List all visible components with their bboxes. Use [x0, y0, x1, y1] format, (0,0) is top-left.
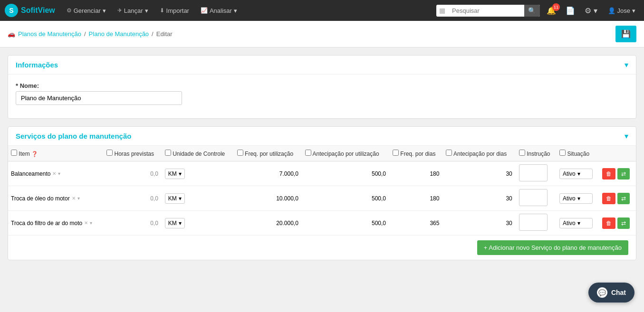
- horas-cell-1: 0,0: [104, 186, 162, 211]
- brand-logo: S: [5, 4, 18, 17]
- table-row: Troca de óleo do motor ✕ ▾ 0,0 KM ▾ 10.0…: [8, 186, 636, 211]
- brand: S SofitView: [5, 4, 55, 17]
- search-box: ▦ 🔍: [436, 5, 540, 17]
- info-card: Informações ▾ * Nome:: [8, 55, 636, 119]
- notification-button[interactable]: 🔔 11: [544, 4, 559, 17]
- nav-gerenciar[interactable]: ⚙ Gerenciar ▾: [62, 4, 111, 17]
- delete-button-0[interactable]: 🗑: [602, 168, 615, 180]
- name-label: * Nome:: [16, 82, 628, 89]
- name-field-group: * Nome:: [16, 82, 628, 105]
- item-cell-2: Troca do filtro de ar do moto ✕ ▾: [8, 211, 104, 236]
- horas-cell-2: 0,0: [104, 211, 162, 236]
- col-freq-dias: Freq. por dias: [390, 146, 443, 161]
- share-button-2[interactable]: ⇄: [617, 217, 630, 229]
- col-antecip-dias-checkbox[interactable]: [446, 150, 452, 156]
- col-antecip-util-checkbox[interactable]: [305, 150, 311, 156]
- user-icon: 👤: [608, 7, 615, 14]
- name-input[interactable]: [16, 91, 182, 105]
- item-remove-2[interactable]: ✕: [84, 220, 88, 226]
- unidade-select-1[interactable]: KM ▾: [165, 193, 185, 204]
- services-section-header: Serviços do plano de manutenção ▾: [8, 127, 636, 146]
- add-service-bar: + Adicionar novo Serviço do plano de man…: [8, 236, 636, 260]
- gear-icon: ⚙: [67, 7, 72, 14]
- collapse-services-icon[interactable]: ▾: [625, 132, 628, 141]
- col-situacao-checkbox[interactable]: [559, 150, 566, 156]
- chevron-down-icon: ▾: [145, 7, 148, 14]
- chart-icon: 📈: [201, 7, 208, 14]
- breadcrumb-link-2[interactable]: Plano de Manutenção: [89, 30, 149, 38]
- antecip-util-cell-2: 500,0: [302, 211, 390, 236]
- item-remove-0[interactable]: ✕: [52, 171, 56, 176]
- settings-button[interactable]: ⚙ ▾: [582, 4, 600, 17]
- delete-button-2[interactable]: 🗑: [602, 217, 615, 229]
- freq-util-cell-1: 10.000,0: [234, 186, 302, 211]
- nav-importar[interactable]: ⬇ Importar: [155, 4, 194, 17]
- col-item-checkbox[interactable]: [11, 150, 17, 156]
- antecip-dias-cell-2: 30: [443, 211, 516, 236]
- delete-button-1[interactable]: 🗑: [602, 193, 615, 204]
- search-button[interactable]: 🔍: [524, 5, 540, 17]
- nav-lancar[interactable]: ✈ Lançar ▾: [113, 4, 153, 17]
- info-section-header: Informações ▾: [8, 56, 636, 75]
- nav-analisar[interactable]: 📈 Analisar ▾: [196, 4, 242, 17]
- actions-cell-1: 🗑 ⇄: [599, 186, 636, 211]
- col-situacao: Situação: [557, 146, 599, 161]
- add-service-button[interactable]: + Adicionar novo Serviço do plano de man…: [477, 240, 628, 255]
- col-unidade-checkbox[interactable]: [165, 150, 171, 156]
- item-dropdown-1[interactable]: ▾: [77, 196, 80, 201]
- situacao-cell-2: Ativo ▾: [557, 211, 599, 236]
- col-antecip-util: Antecipação por utilização: [302, 146, 390, 161]
- collapse-info-icon[interactable]: ▾: [625, 60, 628, 69]
- unidade-cell-2: KM ▾: [162, 211, 234, 236]
- freq-util-cell-2: 20.000,0: [234, 211, 302, 236]
- col-freq-util-checkbox[interactable]: [237, 150, 243, 156]
- freq-dias-cell-2: 365: [390, 211, 443, 236]
- save-button[interactable]: 💾: [615, 26, 636, 42]
- services-table-wrapper: Item ❓ Horas previstas Unidade de Contro…: [8, 146, 636, 236]
- col-actions: [599, 146, 636, 161]
- item-dropdown-0[interactable]: ▾: [58, 171, 60, 176]
- situacao-select-2[interactable]: Ativo ▾: [559, 218, 593, 228]
- instrucao-input-0[interactable]: [519, 164, 548, 181]
- chat-label: Chat: [611, 289, 626, 296]
- freq-dias-cell-0: 180: [390, 161, 443, 186]
- antecip-dias-cell-0: 30: [443, 161, 516, 186]
- col-unidade: Unidade de Controle: [162, 146, 234, 161]
- table-head: Item ❓ Horas previstas Unidade de Contro…: [8, 146, 636, 161]
- col-antecip-dias: Antecipação por dias: [443, 146, 516, 161]
- antecip-util-cell-0: 500,0: [302, 161, 390, 186]
- unidade-select-2[interactable]: KM ▾: [165, 218, 185, 228]
- table-row: Troca do filtro de ar do moto ✕ ▾ 0,0 KM…: [8, 211, 636, 236]
- situacao-select-0[interactable]: Ativo ▾: [559, 169, 593, 179]
- breadcrumb-current: Editar: [156, 30, 173, 38]
- instrucao-input-1[interactable]: [519, 189, 548, 206]
- chevron-down-icon: ▾: [103, 7, 106, 14]
- help-icon: ❓: [31, 151, 38, 157]
- launch-icon: ✈: [117, 7, 122, 14]
- chat-bubble-icon: 💬: [597, 287, 607, 298]
- chat-button[interactable]: 💬 Chat: [588, 283, 634, 303]
- col-freq-util: Freq. por utilização: [234, 146, 302, 161]
- main-content: Informações ▾ * Nome: Serviços do plano …: [0, 47, 644, 275]
- share-button-0[interactable]: ⇄: [617, 168, 630, 180]
- col-instrucao-checkbox[interactable]: [519, 150, 525, 156]
- item-remove-1[interactable]: ✕: [72, 196, 76, 201]
- col-horas-checkbox[interactable]: [106, 150, 113, 156]
- search-input[interactable]: [448, 5, 524, 17]
- breadcrumb-link-1[interactable]: Planos de Manutenção: [18, 30, 81, 38]
- search-icon-left: ▦: [436, 7, 448, 14]
- import-icon: ⬇: [160, 7, 164, 14]
- user-menu[interactable]: 👤 Jose ▾: [604, 5, 639, 16]
- item-cell-0: Balanceamento ✕ ▾: [8, 161, 104, 186]
- chevron-down-icon: ▾: [632, 7, 635, 14]
- situacao-select-1[interactable]: Ativo ▾: [559, 193, 593, 204]
- col-freq-dias-checkbox[interactable]: [393, 150, 399, 156]
- col-item: Item ❓: [8, 146, 104, 161]
- situacao-cell-0: Ativo ▾: [557, 161, 599, 186]
- unidade-select-0[interactable]: KM ▾: [165, 169, 185, 179]
- item-dropdown-2[interactable]: ▾: [90, 220, 92, 226]
- share-button-1[interactable]: ⇄: [617, 193, 630, 204]
- instrucao-input-2[interactable]: [519, 214, 548, 231]
- notification-badge: 11: [552, 3, 560, 11]
- document-button[interactable]: 📄: [563, 4, 578, 17]
